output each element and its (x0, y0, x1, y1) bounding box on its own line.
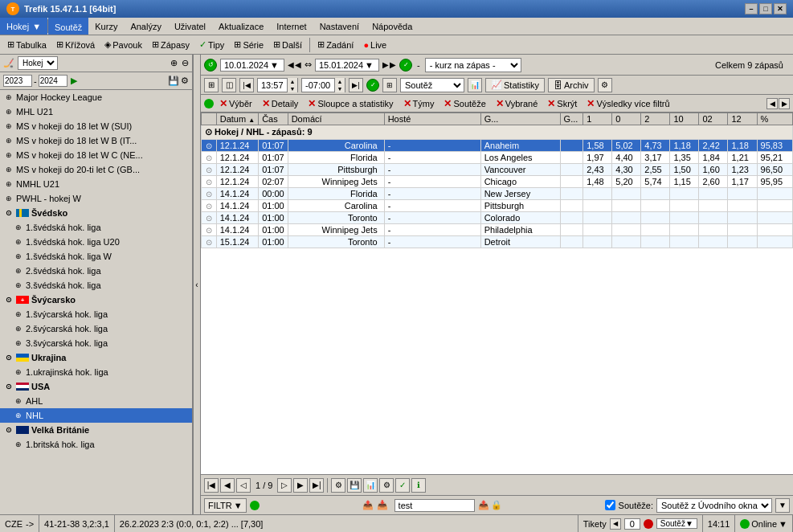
krizova-button[interactable]: ⊞ Křížová (52, 38, 99, 51)
pavouk-button[interactable]: ◈ Pavouk (100, 38, 146, 51)
page-next-btn[interactable]: ▶ (293, 478, 308, 493)
sport-select[interactable]: Hokej (18, 56, 58, 70)
zadani-button[interactable]: ⊞ Zadání (313, 38, 358, 51)
table-row[interactable]: ⊙ 14.1.24 00:00 Florida - New Jersey (202, 188, 793, 200)
filter-vysledky-x[interactable]: ✕ (587, 98, 595, 109)
souteze-value-select[interactable]: Soutěž z Úvodního okna (656, 498, 772, 513)
sidebar-item-svycarska-1[interactable]: ⊕ 1.švýcarská hok. liga (0, 307, 192, 321)
filter-vybrane-x[interactable]: ✕ (496, 98, 504, 109)
table-row[interactable]: ⊙ 12.1.24 02:07 Winnipeg Jets - Chicago … (202, 176, 793, 188)
table-row[interactable]: ⊙ 12.1.24 01:07 Pittsburgh - Vancouver 2… (202, 164, 793, 176)
filtr-value-input[interactable] (394, 499, 475, 512)
time-apply-btn[interactable]: ✓ (366, 79, 379, 92)
sidebar-item-svedska-1w[interactable]: ⊕ 1.švédská hok. liga W (0, 249, 192, 264)
stats-btn[interactable]: 📈 Statistiky (485, 78, 545, 92)
nav-last-btn[interactable]: ▶| (349, 78, 363, 92)
filtr-dropdown-icon[interactable]: ▼ (234, 501, 243, 510)
filter-nav-next[interactable]: ▶ (779, 98, 790, 109)
col-v10[interactable]: 10 (670, 113, 699, 125)
filtr-right-icon1[interactable]: 📤 (478, 500, 489, 510)
maximize-button[interactable]: □ (759, 3, 772, 14)
sidebar-item-svycarsko-parent[interactable]: ⊙ Švýcarsko (0, 293, 192, 307)
expand-icon[interactable]: ⊕ (170, 58, 178, 68)
dalsi-button[interactable]: ⊞ Další (269, 38, 306, 51)
soutez-select[interactable]: Soutěž (400, 78, 464, 92)
page-prev-btn[interactable]: ◀ (220, 478, 235, 493)
col-hoste[interactable]: Hosté (384, 113, 480, 125)
sidebar-item-ms-18w-sui[interactable]: ⊕ MS v hokeji do 18 let W (SUI) (0, 119, 192, 133)
offset-down-btn[interactable]: ▼ (335, 85, 345, 92)
left-panel-collapse[interactable]: ‹ (193, 55, 201, 514)
menu-soutez[interactable]: Soutěž (48, 18, 88, 35)
collapse-icon[interactable]: ⊖ (182, 58, 189, 68)
sidebar-item-ahl[interactable]: ⊕ AHL (0, 394, 192, 408)
col-v02[interactable]: 02 (699, 113, 728, 125)
page-chart-icon[interactable]: 📊 (363, 478, 378, 493)
sidebar-item-ukrajna-parent[interactable]: ⊙ Ukrajina (0, 350, 192, 365)
page-prev-step-btn[interactable]: ◁ (236, 478, 251, 493)
sidebar-item-velka-britanie-parent[interactable]: ⊙ Velká Británie (0, 423, 192, 437)
date-from-dropdown[interactable]: ▼ (270, 60, 279, 70)
filtr-select-btn[interactable]: FILTR ▼ (204, 498, 247, 513)
sidebar-item-svycarska-3[interactable]: ⊕ 3.švýcarská hok. liga (0, 336, 192, 350)
filter-sloupce-x[interactable]: ✕ (308, 98, 316, 109)
tabulka-button[interactable]: ⊞ Tabulka (3, 38, 51, 51)
sidebar-item-nmhl-u21[interactable]: ⊕ NMHL U21 (0, 177, 192, 191)
time-down-btn[interactable]: ▼ (288, 85, 297, 92)
col-g2[interactable]: G... (560, 113, 583, 125)
serie-button[interactable]: ⊞ Série (230, 38, 268, 51)
filter-tymy-btn[interactable]: ✕ Týmy (399, 96, 439, 111)
time-up-btn[interactable]: ▲ (288, 78, 297, 85)
table-row[interactable]: ⊙ 12.1.24 01:07 Carolina - Anaheim 1,58 … (202, 140, 793, 152)
kurz-filter-select[interactable]: - kurz na zápas - (425, 58, 521, 72)
col-v2[interactable]: 2 (641, 113, 670, 125)
menu-uzivatel[interactable]: Uživatel (168, 18, 212, 35)
sidebar-item-svedsko-parent[interactable]: ⊙ Švédsko (0, 206, 192, 220)
sidebar-item-svedska-2[interactable]: ⊕ 2.švédská hok. liga (0, 264, 192, 278)
minimize-button[interactable]: – (745, 3, 758, 14)
sidebar-item-svedska-3[interactable]: ⊕ 3.švédská hok. liga (0, 278, 192, 293)
col-domaci[interactable]: Domácí (288, 113, 384, 125)
filtr-upload-icon[interactable]: 📤 (362, 500, 374, 510)
menu-sport-select[interactable]: Hokej ▼ (0, 18, 47, 35)
table-row[interactable]: ⊙ 15.1.24 01:00 Toronto - Detroit (202, 236, 793, 248)
tipy-button[interactable]: ✓ Tipy (195, 38, 228, 51)
col-cas[interactable]: Čas (259, 113, 288, 125)
col-v0[interactable]: 0 (612, 113, 641, 125)
menu-analyzy[interactable]: Analýzy (124, 18, 168, 35)
online-dropdown[interactable]: ▼ (779, 519, 787, 529)
time-input[interactable] (258, 80, 287, 91)
date-apply-icon[interactable]: ✓ (399, 59, 412, 72)
souteze-settings-btn[interactable]: ▼ (775, 498, 790, 513)
col-g1[interactable]: G... (480, 113, 560, 125)
offset-input[interactable] (302, 80, 334, 91)
filter-detaily-btn[interactable]: ✕ Detaily (258, 96, 303, 111)
left-panel-filter-icon[interactable]: ⚙ (181, 76, 189, 86)
page-last-btn[interactable]: ▶| (309, 478, 324, 493)
bar-chart-icon[interactable]: 📊 (468, 78, 482, 92)
col-pct[interactable]: % (757, 113, 792, 125)
filtr-right-icon2[interactable]: 🔒 (491, 500, 502, 510)
menu-nastaveni[interactable]: Nastavení (313, 18, 366, 35)
sidebar-item-britska-1[interactable]: ⊕ 1.britská hok. liga (0, 437, 192, 452)
table-row[interactable]: ⊙ 14.1.24 01:00 Winnipeg Jets - Philadel… (202, 224, 793, 236)
page-settings-icon[interactable]: ⚙ (379, 478, 394, 493)
sidebar-item-ukrainska-1[interactable]: ⊕ 1.ukrajinská hok. liga (0, 365, 192, 379)
sidebar-item-ms-18wc[interactable]: ⊕ MS v hokeji do 18 let W C (NE... (0, 148, 192, 162)
filter-vyber-x[interactable]: ✕ (219, 98, 227, 109)
sidebar-item-mhl-u21[interactable]: ⊕ MHL U21 (0, 104, 192, 119)
table-view-icon[interactable]: ⊞ (204, 78, 219, 92)
filter-skryt-x[interactable]: ✕ (547, 98, 555, 109)
filter-sloupce-btn[interactable]: ✕ Sloupce a statistiky (304, 96, 397, 111)
tickets-select[interactable]: 0 (624, 518, 640, 530)
filter-vysledky-btn[interactable]: ✕ Výsledky více filtrů (582, 96, 673, 111)
close-button[interactable]: ✕ (774, 3, 787, 14)
menu-napoveda[interactable]: Nápověda (366, 18, 419, 35)
filter-detaily-x[interactable]: ✕ (262, 98, 270, 109)
sidebar-item-ms-18wb[interactable]: ⊕ MS v hokeji do 18 let W B (IT... (0, 133, 192, 148)
soutez-filter-icon[interactable]: ⊞ (382, 78, 397, 92)
left-panel-export-icon[interactable]: 💾 (168, 76, 179, 86)
sidebar-item-pwhl[interactable]: ⊕ PWHL - hokej W (0, 191, 192, 206)
page-export-icon[interactable]: 💾 (347, 478, 362, 493)
filter-tymy-x[interactable]: ✕ (403, 98, 411, 109)
